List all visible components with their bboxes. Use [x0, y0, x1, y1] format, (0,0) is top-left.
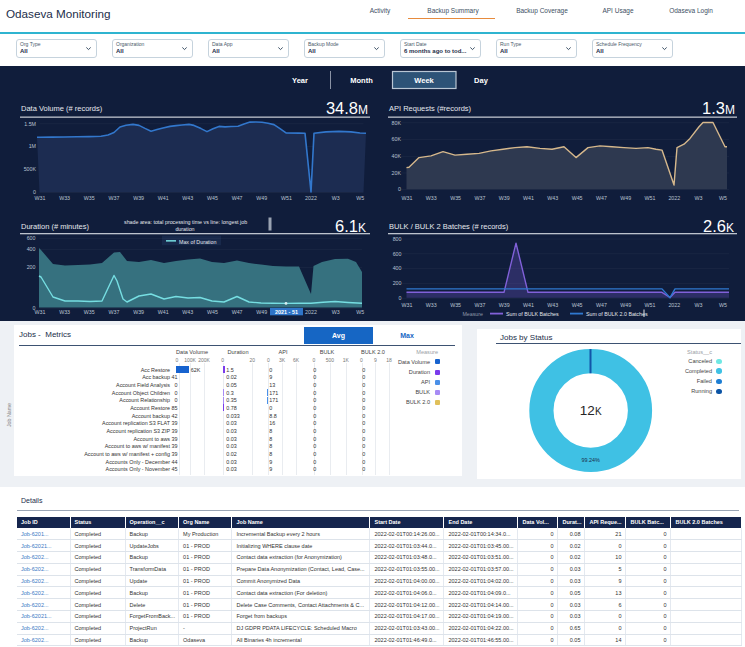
svg-text:W39: W39 — [133, 195, 144, 201]
svg-text:W49: W49 — [256, 309, 267, 315]
svg-text:W41: W41 — [523, 195, 534, 201]
svg-text:Day: Day — [474, 76, 489, 85]
svg-text:Week: Week — [414, 76, 434, 85]
svg-text:W37: W37 — [108, 309, 119, 315]
svg-text:W33: W33 — [426, 302, 437, 308]
svg-text:W41: W41 — [158, 195, 169, 201]
svg-text:W33: W33 — [426, 195, 437, 201]
svg-text:Max of Duration: Max of Duration — [179, 239, 216, 245]
svg-text:W51: W51 — [281, 195, 292, 201]
svg-text:200: 200 — [27, 264, 36, 270]
svg-text:Measure: Measure — [462, 311, 483, 317]
svg-text:W3: W3 — [695, 302, 703, 308]
svg-text:99.24%: 99.24% — [582, 457, 600, 463]
svg-text:W3: W3 — [332, 195, 340, 201]
svg-text:W43: W43 — [547, 195, 558, 201]
svg-text:800: 800 — [393, 236, 402, 242]
svg-text:W31: W31 — [35, 309, 46, 315]
svg-text:Sum of BULK Batches: Sum of BULK Batches — [506, 311, 559, 317]
svg-text:W49: W49 — [620, 302, 631, 308]
svg-text:W33: W33 — [59, 309, 70, 315]
svg-text:200: 200 — [393, 280, 402, 286]
svg-text:20K: 20K — [392, 170, 402, 176]
svg-text:1M: 1M — [29, 143, 36, 149]
svg-text:Month: Month — [350, 76, 373, 85]
svg-text:W31: W31 — [402, 302, 413, 308]
svg-text:W3: W3 — [332, 309, 340, 315]
svg-text:1.5M: 1.5M — [24, 121, 36, 127]
svg-text:W47: W47 — [596, 302, 607, 308]
svg-text:500K: 500K — [24, 166, 37, 172]
svg-text:W49: W49 — [256, 195, 267, 201]
svg-text:W33: W33 — [59, 195, 70, 201]
svg-text:W5: W5 — [719, 302, 727, 308]
svg-text:W41: W41 — [158, 309, 169, 315]
svg-text:Year: Year — [292, 76, 308, 85]
svg-text:2022: 2022 — [305, 309, 317, 315]
svg-text:Duration (# minutes): Duration (# minutes) — [21, 222, 89, 231]
svg-text:W3: W3 — [695, 195, 703, 201]
svg-text:2022: 2022 — [668, 195, 680, 201]
svg-text:W35: W35 — [84, 195, 95, 201]
svg-text:W37: W37 — [474, 302, 485, 308]
svg-text:W39: W39 — [499, 302, 510, 308]
svg-text:W41: W41 — [523, 302, 534, 308]
svg-text:duration: duration — [175, 226, 194, 232]
svg-text:BULK / BULK 2 Batches (# recor: BULK / BULK 2 Batches (# records) — [389, 222, 509, 231]
svg-text:W51: W51 — [645, 195, 656, 201]
svg-text:0: 0 — [399, 295, 402, 301]
svg-text:W5: W5 — [356, 309, 364, 315]
svg-text:0: 0 — [398, 186, 401, 192]
svg-text:W47: W47 — [232, 309, 243, 315]
svg-text:W45: W45 — [572, 302, 583, 308]
svg-text:Sum of BULK 2.0 Batches: Sum of BULK 2.0 Batches — [586, 311, 648, 317]
svg-text:40K: 40K — [392, 153, 402, 159]
svg-text:400: 400 — [27, 246, 36, 252]
svg-text:W45: W45 — [207, 195, 218, 201]
svg-text:W45: W45 — [572, 195, 583, 201]
svg-text:W5: W5 — [356, 195, 364, 201]
svg-text:W39: W39 — [499, 195, 510, 201]
svg-text:W37: W37 — [474, 195, 485, 201]
svg-text:W47: W47 — [232, 195, 243, 201]
svg-text:600: 600 — [27, 235, 36, 241]
svg-text:2021 - 51: 2021 - 51 — [275, 309, 298, 315]
svg-text:W43: W43 — [547, 302, 558, 308]
svg-text:400: 400 — [393, 265, 402, 271]
svg-text:W31: W31 — [402, 195, 413, 201]
svg-text:W5: W5 — [719, 195, 727, 201]
svg-text:W35: W35 — [450, 195, 461, 201]
svg-text:60K: 60K — [392, 136, 402, 142]
svg-text:W37: W37 — [108, 195, 119, 201]
svg-text:Data Volume (# records): Data Volume (# records) — [21, 104, 103, 113]
svg-text:80K: 80K — [392, 120, 402, 126]
svg-text:API Requests (#records): API Requests (#records) — [389, 104, 472, 113]
svg-text:2022: 2022 — [668, 302, 680, 308]
svg-text:W45: W45 — [207, 309, 218, 315]
svg-text:W43: W43 — [182, 195, 193, 201]
svg-text:shade area: total processing t: shade area: total processing time vs lin… — [124, 219, 247, 225]
svg-text:W35: W35 — [450, 302, 461, 308]
svg-text:W49: W49 — [620, 195, 631, 201]
svg-text:W31: W31 — [35, 195, 46, 201]
svg-text:12K: 12K — [580, 403, 602, 418]
svg-text:W51: W51 — [645, 302, 656, 308]
svg-text:2022: 2022 — [305, 195, 317, 201]
svg-text:W47: W47 — [596, 195, 607, 201]
svg-text:600: 600 — [393, 251, 402, 257]
svg-text:W35: W35 — [84, 309, 95, 315]
svg-text:W43: W43 — [182, 309, 193, 315]
svg-text:W39: W39 — [133, 309, 144, 315]
